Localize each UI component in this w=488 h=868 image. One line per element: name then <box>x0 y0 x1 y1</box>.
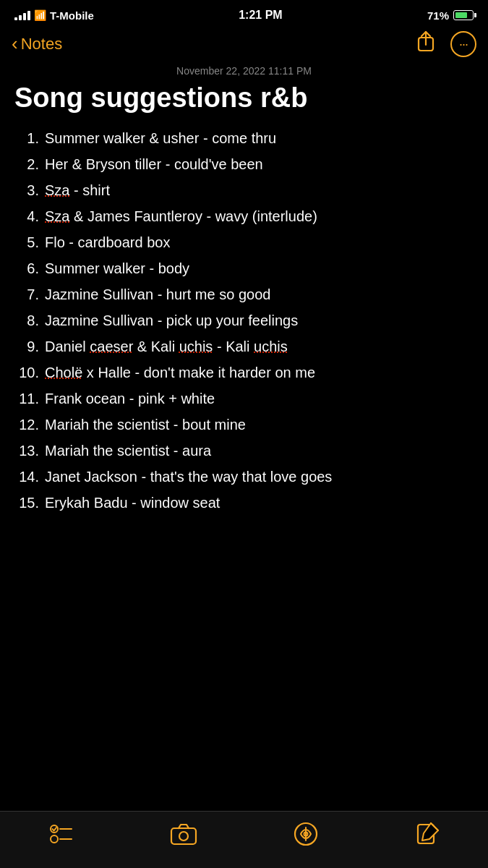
song-number: 1. <box>14 127 45 149</box>
back-label: Notes <box>21 35 62 54</box>
song-text: Daniel caeser & Kali uchis - Kali uchis <box>45 336 474 357</box>
song-text: Jazmine Sullivan - pick up your feelings <box>45 310 474 331</box>
status-left: 📶 T-Mobile <box>14 9 94 22</box>
chevron-left-icon: ‹ <box>12 34 18 53</box>
song-number: 8. <box>14 310 45 331</box>
song-list: 1. Summer walker & usher - come thru 2. … <box>14 127 474 514</box>
list-item: 11. Frank ocean - pink + white <box>14 388 474 409</box>
song-number: 15. <box>14 492 45 514</box>
list-item: 1. Summer walker & usher - come thru <box>14 127 474 149</box>
song-text: Sza & James Fauntleroy - wavy (interlude… <box>45 205 474 227</box>
note-title: Song suggestions r&b <box>14 82 474 114</box>
song-text: Jazmine Sullivan - hurt me so good <box>45 284 474 305</box>
song-number: 10. <box>14 362 45 383</box>
song-number: 5. <box>14 231 45 253</box>
song-text: Mariah the scientist - aura <box>45 440 474 461</box>
battery-icon <box>453 10 474 20</box>
song-number: 11. <box>14 388 45 409</box>
song-text: Sza - shirt <box>45 179 474 201</box>
song-number: 6. <box>14 258 45 279</box>
svg-point-7 <box>179 832 188 841</box>
list-item: 2. Her & Bryson tiller - could've been <box>14 153 474 175</box>
time-label: 1:21 PM <box>239 9 282 22</box>
svg-point-3 <box>51 835 58 843</box>
more-options-button[interactable]: ··· <box>450 31 476 57</box>
song-text: Mariah the scientist - bout mine <box>45 414 474 435</box>
note-date: November 22, 2022 11:11 PM <box>0 65 488 82</box>
spell-error: caeser <box>90 339 133 354</box>
nav-bar: ‹ Notes ··· <box>0 27 488 65</box>
list-item: 4. Sza & James Fauntleroy - wavy (interl… <box>14 205 474 227</box>
bottom-toolbar <box>0 811 488 868</box>
list-item: 15. Erykah Badu - window seat <box>14 492 474 514</box>
signal-bars <box>14 11 30 20</box>
list-item: 8. Jazmine Sullivan - pick up your feeli… <box>14 310 474 331</box>
list-item: 7. Jazmine Sullivan - hurt me so good <box>14 284 474 305</box>
spell-error: Cholë <box>45 365 82 380</box>
spell-error: Sza <box>45 182 69 198</box>
share-button[interactable] <box>416 30 436 58</box>
song-number: 7. <box>14 284 45 305</box>
song-number: 14. <box>14 466 45 488</box>
list-item: 6. Summer walker - body <box>14 258 474 279</box>
list-item: 5. Flo - cardboard box <box>14 231 474 253</box>
song-text: Cholë x Halle - don't make it harder on … <box>45 362 474 383</box>
song-text: Janet Jackson - that's the way that love… <box>45 466 474 488</box>
wifi-icon: 📶 <box>34 9 46 21</box>
song-text: Summer walker & usher - come thru <box>45 127 474 149</box>
song-text: Frank ocean - pink + white <box>45 388 474 409</box>
song-number: 2. <box>14 153 45 175</box>
status-right: 71% <box>427 9 474 22</box>
list-item: 12. Mariah the scientist - bout mine <box>14 414 474 435</box>
song-number: 9. <box>14 336 45 357</box>
song-text: Erykah Badu - window seat <box>45 492 474 514</box>
song-text: Summer walker - body <box>45 258 474 279</box>
song-text: Her & Bryson tiller - could've been <box>45 153 474 175</box>
back-button[interactable]: ‹ Notes <box>12 35 62 54</box>
markup-button[interactable] <box>294 822 318 846</box>
ellipsis-icon: ··· <box>459 38 468 51</box>
camera-button[interactable] <box>170 822 197 846</box>
status-bar: 📶 T-Mobile 1:21 PM 71% <box>0 0 488 27</box>
carrier-label: T-Mobile <box>50 9 94 22</box>
nav-icons: ··· <box>416 30 476 58</box>
list-item: 10. Cholë x Halle - don't make it harder… <box>14 362 474 383</box>
song-text: Flo - cardboard box <box>45 231 474 253</box>
svg-rect-6 <box>171 828 196 844</box>
checklist-button[interactable] <box>48 822 73 846</box>
spell-error: uchis <box>179 339 213 354</box>
note-content: Song suggestions r&b 1. Summer walker & … <box>0 82 488 532</box>
spell-error: uchis <box>254 339 288 354</box>
list-item: 13. Mariah the scientist - aura <box>14 440 474 461</box>
song-number: 3. <box>14 179 45 201</box>
song-number: 12. <box>14 414 45 435</box>
battery-percent: 71% <box>427 9 449 22</box>
list-item: 14. Janet Jackson - that's the way that … <box>14 466 474 488</box>
compose-button[interactable] <box>415 822 440 846</box>
spell-error: Sza <box>45 208 69 224</box>
list-item: 9. Daniel caeser & Kali uchis - Kali uch… <box>14 336 474 357</box>
song-number: 13. <box>14 440 45 461</box>
song-number: 4. <box>14 205 45 227</box>
list-item: 3. Sza - shirt <box>14 179 474 201</box>
